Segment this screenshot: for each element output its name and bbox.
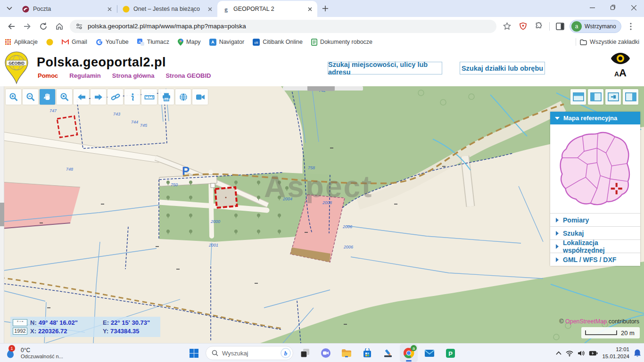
wifi-icon[interactable] bbox=[566, 350, 573, 356]
tab-geoportal[interactable]: g GEOPORTAL 2 bbox=[217, 1, 317, 17]
reload-button[interactable] bbox=[36, 19, 51, 34]
panel-section-gml[interactable]: GML / WFS / DXF bbox=[550, 253, 640, 266]
link-button[interactable] bbox=[107, 89, 123, 105]
x-value: 220326.72 bbox=[38, 328, 67, 335]
bookmark-navigator[interactable]: Navigator bbox=[209, 39, 245, 46]
nav-pomoc[interactable]: Pomoc bbox=[38, 72, 58, 79]
bookmark-youtube[interactable]: YouTube bbox=[96, 39, 129, 46]
tab-close-icon[interactable] bbox=[106, 5, 113, 13]
dms-toggle-button[interactable]: ° ' " bbox=[13, 319, 27, 326]
pen-app-button[interactable] bbox=[379, 344, 397, 362]
forward-button[interactable] bbox=[20, 19, 35, 34]
info-button[interactable] bbox=[124, 89, 140, 105]
crs-toggle-button[interactable]: 1992 bbox=[13, 328, 27, 335]
nav-strona-glowna[interactable]: Strona główna bbox=[112, 72, 155, 79]
previous-view-button[interactable] bbox=[74, 89, 89, 105]
home-button[interactable] bbox=[52, 19, 67, 34]
pan-button[interactable] bbox=[40, 89, 55, 105]
hand-pan-icon bbox=[43, 92, 52, 102]
bookmark-label: Citibank Online bbox=[263, 39, 303, 45]
measure-button[interactable] bbox=[141, 89, 157, 105]
top-panel-toggle-button[interactable] bbox=[570, 89, 586, 105]
section-label: Szukaj bbox=[563, 230, 584, 237]
info-icon bbox=[128, 92, 137, 102]
zoom-selection-button[interactable] bbox=[57, 89, 72, 105]
taskbar-search[interactable]: Wyszukaj b bbox=[206, 346, 293, 360]
clock[interactable]: 12:01 15.01.2024 bbox=[602, 346, 629, 360]
panel-section-pomiary[interactable]: Pomiary bbox=[550, 213, 640, 226]
tab-poczta[interactable]: Poczta bbox=[17, 1, 117, 17]
tab-search-button[interactable] bbox=[3, 2, 16, 15]
n-value: 49° 48' 16.02" bbox=[39, 319, 78, 326]
zoom-out-button[interactable] bbox=[23, 89, 38, 105]
tab-close-icon[interactable] bbox=[206, 5, 214, 13]
map-canvas[interactable]: 7477437447457487427587502004200820002006… bbox=[0, 86, 644, 343]
address-bar[interactable]: polska.geoportal2.pl/map/www/mapa.php?ma… bbox=[70, 20, 496, 33]
file-explorer-button[interactable] bbox=[338, 344, 355, 362]
svg-text:g: g bbox=[224, 6, 228, 13]
panel-section-szukaj[interactable]: Szukaj bbox=[550, 226, 640, 239]
openstreetmap-link[interactable]: OpenStreetMap bbox=[565, 318, 607, 325]
side-panel-button[interactable] bbox=[553, 19, 568, 34]
bookmark-apps[interactable]: Aplikacje bbox=[5, 39, 38, 45]
tab-close-icon[interactable] bbox=[306, 5, 314, 13]
search-parcel-button[interactable]: Szukaj działki lub obrębu bbox=[460, 62, 545, 74]
vertical-scrollbar-thumb[interactable] bbox=[0, 203, 4, 226]
mail-button[interactable] bbox=[421, 344, 438, 362]
all-bookmarks-button[interactable]: Wszystkie zakładki bbox=[580, 39, 639, 45]
font-size-toggle[interactable]: AA bbox=[607, 67, 634, 79]
high-contrast-eye-icon[interactable] bbox=[611, 52, 630, 65]
bookmark-star-button[interactable] bbox=[499, 19, 514, 34]
minimize-button[interactable] bbox=[582, 0, 603, 15]
extensions-button[interactable] bbox=[531, 19, 546, 34]
expand-panel-button[interactable] bbox=[605, 89, 621, 105]
start-button[interactable] bbox=[185, 344, 203, 362]
bookmark-mapy[interactable]: Mapy bbox=[178, 39, 201, 46]
next-view-button[interactable] bbox=[91, 89, 106, 105]
horizontal-scrollbar-thumb[interactable] bbox=[307, 86, 335, 91]
battery-icon[interactable] bbox=[589, 351, 598, 356]
bookmark-citibank[interactable]: citi Citibank Online bbox=[253, 39, 303, 46]
bookmark-gmail[interactable]: Gmail bbox=[62, 39, 87, 45]
window-controls bbox=[582, 0, 644, 15]
reference-panel-header[interactable]: Mapa referencyjna bbox=[550, 112, 640, 124]
zoom-in-button[interactable] bbox=[6, 89, 21, 105]
close-button[interactable] bbox=[623, 0, 644, 15]
bookmark-label: Dokumenty robocze bbox=[320, 39, 372, 45]
bookmark-dokumenty[interactable]: Dokumenty robocze bbox=[311, 39, 372, 46]
panel-section-lokalizacja[interactable]: Lokalizacja współrzędnej bbox=[550, 239, 640, 253]
microsoft-store-button[interactable] bbox=[358, 344, 376, 362]
panel-arrow-icon bbox=[608, 92, 619, 101]
chrome-button[interactable]: a bbox=[400, 344, 418, 362]
browser-menu-button[interactable] bbox=[623, 19, 638, 34]
nav-regulamin[interactable]: Regulamin bbox=[69, 72, 100, 79]
tab-onet[interactable]: Onet – Jesteś na bieżąco bbox=[117, 1, 217, 17]
weather-widget[interactable]: 1 0°C Odczuwalność n... bbox=[5, 344, 63, 362]
back-button[interactable] bbox=[4, 19, 19, 34]
bookmark-tlumacz[interactable]: A Tłumacz bbox=[137, 39, 169, 46]
tray-chevron-icon[interactable] bbox=[556, 351, 561, 355]
maximize-button[interactable] bbox=[603, 0, 623, 15]
task-view-button[interactable] bbox=[296, 344, 314, 362]
poland-overview-map[interactable] bbox=[550, 124, 640, 213]
search-address-button[interactable]: Szukaj miejscowości, ulicy lub adresu bbox=[328, 62, 442, 74]
video-button[interactable] bbox=[192, 89, 208, 105]
globe-button[interactable] bbox=[175, 89, 191, 105]
arrow-right-icon bbox=[94, 92, 103, 102]
search-icon bbox=[212, 350, 218, 356]
nav-strona-geobid[interactable]: Strona GEOBID bbox=[165, 72, 211, 79]
photopea-button[interactable]: P bbox=[441, 344, 459, 362]
left-panel-toggle-button[interactable] bbox=[588, 89, 603, 105]
notification-bell-icon[interactable] bbox=[634, 349, 641, 357]
bookmark-onet[interactable] bbox=[46, 39, 53, 46]
adblock-extension-button[interactable] bbox=[515, 19, 530, 34]
chat-button[interactable] bbox=[317, 344, 335, 362]
right-panel-toggle-button[interactable] bbox=[623, 89, 638, 105]
volume-icon[interactable] bbox=[578, 350, 585, 356]
map-pin-icon bbox=[178, 39, 183, 46]
reference-panel: Mapa referencyjna bbox=[550, 112, 640, 266]
profile-chip[interactable]: a Wstrzymano bbox=[570, 20, 621, 33]
new-tab-button[interactable] bbox=[319, 2, 331, 15]
e-value: 22° 15' 30.73" bbox=[111, 319, 150, 326]
print-button[interactable] bbox=[158, 89, 174, 105]
